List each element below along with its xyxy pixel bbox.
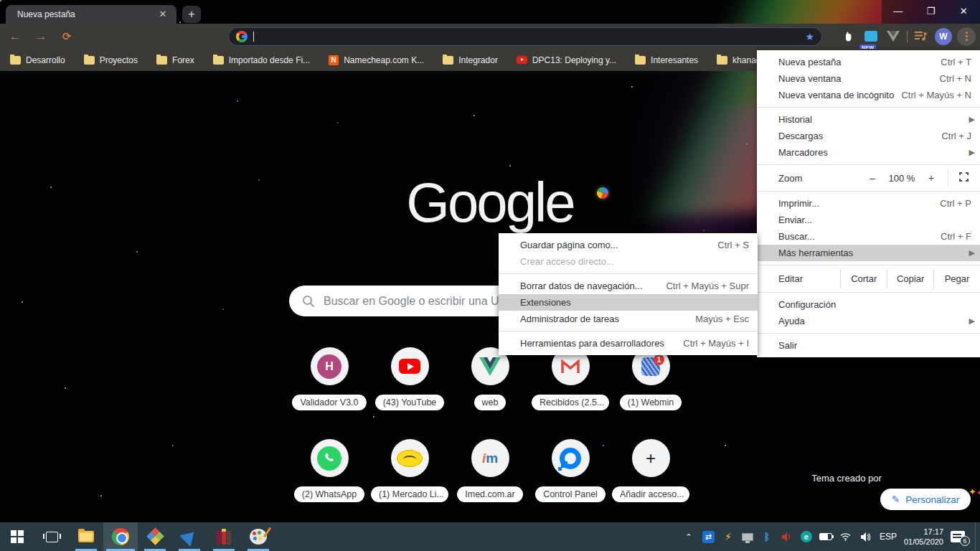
shortcut-gmail[interactable]: Recibidos (2.5... [530,347,611,410]
profile-avatar[interactable]: W [935,28,952,45]
search-icon [302,295,315,308]
menu-divider [757,292,980,293]
shortcut-imed[interactable]: im Imed.com.ar [450,439,530,502]
menu-divider [757,164,980,165]
shortcut-webmin[interactable]: 1 (1) Webmin [611,347,691,410]
language-indicator[interactable]: ESP [880,532,897,542]
mercadolibre-icon [397,450,423,467]
paint-button[interactable] [241,522,275,551]
submenu-item-extensiones[interactable]: Extensiones [499,294,758,311]
fullscreen-icon[interactable] [954,172,973,184]
menu-divider [757,191,980,192]
address-bar[interactable]: ★ [228,27,822,46]
cut-button[interactable]: Cortar [840,269,887,288]
menu-item-nueva-pestana[interactable]: Nueva pestañaCtrl + T [757,54,980,70]
submenu-item-herramientas-desarrolladores[interactable]: Herramientas para desarrolladoresCtrl + … [499,335,758,352]
bookmark-folder-forex[interactable]: Forex [156,55,194,65]
display-tray-icon[interactable] [742,533,753,541]
bookmark-dpc13[interactable]: DPC13: Deploying y... [517,55,616,65]
whatsapp-icon [317,446,341,471]
zoom-out-button[interactable]: – [862,172,883,184]
forward-icon[interactable]: → [30,29,52,44]
menu-divider [499,273,758,274]
back-icon[interactable]: ← [4,29,26,44]
show-desktop-button[interactable] [975,522,976,551]
zoom-in-button[interactable]: + [920,172,942,184]
menu-item-descargas[interactable]: DescargasCtrl + J [757,128,980,144]
menu-divider [757,333,980,334]
paste-button[interactable]: Pegar [933,269,980,288]
utility-tray-icon[interactable]: ⚡ [722,531,735,542]
bluetooth-icon[interactable]: ᛒ [760,531,773,542]
audio-manager-icon[interactable] [781,532,793,542]
bookmark-star-icon[interactable]: ★ [805,31,814,42]
winmerge-button[interactable] [138,522,172,551]
menu-item-nueva-ventana[interactable]: Nueva ventanaCtrl + N [757,70,980,87]
gmail-icon [561,359,580,374]
bookmark-namecheap[interactable]: NNamecheap.com K... [329,55,424,65]
submenu-item-guardar-pagina[interactable]: Guardar página como...Ctrl + S [499,237,758,253]
tab-close-icon[interactable]: ✕ [156,8,169,21]
desktop: ✦✦ Nueva pestaña ✕ + — ❐ ✕ ← → ⟳ ★ [0,0,980,551]
start-button[interactable] [0,522,34,551]
vue-extension-icon[interactable] [885,28,902,45]
teamviewer-icon[interactable]: ⇄ [702,531,715,543]
restore-button[interactable]: ❐ [915,0,948,24]
submenu-item-administrador-tareas[interactable]: Administrador de tareasMayús + Esc [499,311,758,327]
shortcut-web[interactable]: web [450,347,530,410]
menu-item-imprimir[interactable]: Imprimir...Ctrl + P [757,195,980,212]
search-placeholder: Buscar en Google o escribir una URL [324,295,514,308]
tab-title: Nueva pestaña [17,9,156,19]
shortcut-validador[interactable]: H Validador V3.0 [289,347,369,410]
hand-extension-icon[interactable] [840,28,857,45]
personalize-button[interactable]: ✎ Personalizar [880,489,971,510]
chrome-button[interactable] [103,522,138,551]
clock[interactable]: 17:17 01/05/2020 [904,527,943,547]
bookmark-folder-importado[interactable]: Importado desde Fi... [213,55,310,65]
webmin-badge: 1 [654,354,664,365]
system-tray: ⌃ ⇄ ⚡ ᛒ e ESP 17:17 01/05/2020 6 [682,522,980,551]
menu-item-mas-herramientas[interactable]: Más herramientas▶ [757,245,980,261]
menu-item-marcadores[interactable]: Marcadores▶ [757,144,980,161]
new-extension-icon[interactable]: NEW [862,28,880,45]
copy-button[interactable]: Copiar [887,269,933,288]
minimize-button[interactable]: — [882,0,915,24]
menu-item-salir[interactable]: Salir [757,337,980,354]
winrar-button[interactable] [207,522,241,551]
shortcut-controlpanel[interactable]: Control Panel [530,439,611,502]
new-tab-button[interactable]: + [182,6,201,23]
task-view-button[interactable] [34,522,69,551]
submenu-item-borrar-datos[interactable]: Borrar datos de navegación...Ctrl + Mayú… [499,278,758,294]
bookmark-folder-proyectos[interactable]: Proyectos [84,55,138,65]
shortcut-add[interactable]: + Añadir acceso... [611,439,691,502]
shortcut-youtube[interactable]: (43) YouTube [369,347,450,410]
menu-item-historial[interactable]: Historial▶ [757,111,980,128]
battery-icon[interactable] [819,533,832,540]
tab-nueva-pestana[interactable]: Nueva pestaña ✕ [6,5,176,24]
close-button[interactable]: ✕ [947,0,980,24]
vue-icon [479,357,501,376]
notification-center-icon[interactable]: 6 [951,531,965,542]
bookmark-folder-integrador[interactable]: Integrador [443,55,498,65]
reload-icon[interactable]: ⟳ [56,30,77,43]
menu-item-configuracion[interactable]: Configuración [757,296,980,313]
menu-item-buscar[interactable]: Buscar...Ctrl + F [757,228,980,245]
menu-item-ayuda[interactable]: Ayuda▶ [757,313,980,329]
shortcut-mercadolibre[interactable]: (1) Mercado Li... [369,439,450,502]
playlist-extension-icon[interactable] [913,28,930,45]
bookmark-folder-desarrollo[interactable]: Desarrollo [10,55,65,65]
folder-icon [717,56,727,65]
vscode-button[interactable] [172,522,207,551]
titlebar: Nueva pestaña ✕ + — ❐ ✕ [0,0,980,24]
volume-icon[interactable] [859,532,872,542]
wifi-icon[interactable] [839,532,852,541]
menu-item-enviar[interactable]: Enviar... [757,212,980,228]
hidden-icons-chevron[interactable]: ⌃ [682,532,695,542]
shortcut-whatsapp[interactable]: (2) WhatsApp [289,439,369,502]
browser-menu-icon[interactable] [957,27,976,46]
notification-count-badge: 6 [960,536,970,546]
menu-item-incognito[interactable]: Nueva ventana de incógnitoCtrl + Mayús +… [757,87,980,103]
bookmark-folder-interesantes[interactable]: Interesantes [635,55,698,65]
eset-icon[interactable]: e [801,531,812,542]
file-explorer-button[interactable] [69,522,103,551]
